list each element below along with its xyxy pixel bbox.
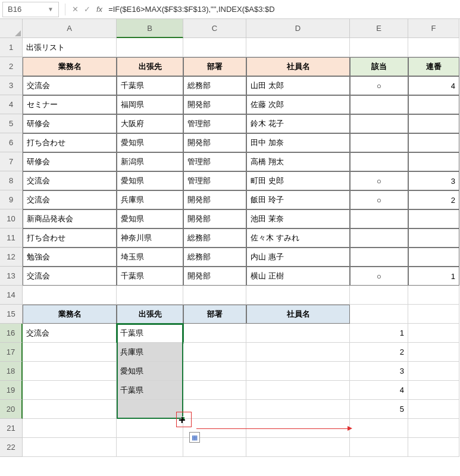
row-header-18[interactable]: 18 [0, 362, 23, 381]
col-header-E[interactable]: E [350, 19, 408, 38]
cell-F11[interactable] [408, 228, 459, 248]
row-header-19[interactable]: 19 [0, 381, 23, 400]
cell-E14[interactable] [350, 286, 408, 305]
cell-B15[interactable]: 出張先 [117, 305, 183, 324]
cell-C2[interactable]: 部署 [183, 57, 246, 76]
cell-F10[interactable] [408, 209, 459, 228]
cell-E17[interactable]: 2 [350, 343, 408, 362]
row-header-7[interactable]: 7 [0, 152, 23, 171]
row-header-20[interactable]: 20 [0, 400, 23, 419]
cell-D1[interactable] [246, 38, 350, 57]
cell-C1[interactable] [183, 38, 246, 57]
row-header-16[interactable]: 16 [0, 324, 23, 343]
cell-A19[interactable] [23, 381, 117, 400]
chevron-down-icon[interactable]: ▼ [48, 6, 54, 12]
row-header-15[interactable]: 15 [0, 305, 23, 324]
cell-F19[interactable] [408, 381, 459, 400]
cell-B1[interactable] [117, 38, 183, 57]
cell-C20[interactable] [183, 400, 246, 419]
cell-A15[interactable]: 業務名 [23, 305, 117, 324]
cell-C10[interactable]: 開発部 [183, 209, 246, 228]
cell-B21[interactable] [117, 419, 183, 438]
col-header-F[interactable]: F [408, 19, 459, 38]
cell-E2[interactable]: 該当 [350, 57, 408, 76]
cell-C3[interactable]: 総務部 [183, 76, 246, 95]
cell-E11[interactable] [350, 228, 408, 248]
cell-B8[interactable]: 愛知県 [117, 171, 183, 190]
cell-B10[interactable]: 愛知県 [117, 209, 183, 228]
row-header-21[interactable]: 21 [0, 419, 23, 438]
cell-F18[interactable] [408, 362, 459, 381]
cell-D16[interactable] [246, 324, 350, 343]
cell-E13[interactable]: ○ [350, 267, 408, 286]
cell-F9[interactable]: 2 [408, 190, 459, 209]
cell-F5[interactable] [408, 114, 459, 133]
cell-A3[interactable]: 交流会 [23, 76, 117, 95]
cell-A5[interactable]: 研修会 [23, 114, 117, 133]
cell-A22[interactable] [23, 438, 117, 457]
row-header-9[interactable]: 9 [0, 190, 23, 209]
cell-A17[interactable] [23, 343, 117, 362]
cell-F1[interactable] [408, 38, 459, 57]
cell-E1[interactable] [350, 38, 408, 57]
cell-F13[interactable]: 1 [408, 267, 459, 286]
cell-C6[interactable]: 開発部 [183, 133, 246, 152]
autofill-options-button[interactable]: ▦ [189, 432, 200, 443]
cell-A9[interactable]: 交流会 [23, 190, 117, 209]
cell-D10[interactable]: 池田 茉奈 [246, 209, 350, 228]
row-header-10[interactable]: 10 [0, 209, 23, 228]
name-box[interactable]: B16 ▼ [2, 2, 59, 17]
cell-A4[interactable]: セミナー [23, 95, 117, 114]
cell-E10[interactable] [350, 209, 408, 228]
cell-D2[interactable]: 社員名 [246, 57, 350, 76]
cell-B5[interactable]: 大阪府 [117, 114, 183, 133]
cell-F12[interactable] [408, 248, 459, 267]
cell-F21[interactable] [408, 419, 459, 438]
cell-F17[interactable] [408, 343, 459, 362]
cell-D14[interactable] [246, 286, 350, 305]
row-header-22[interactable]: 22 [0, 438, 23, 457]
col-header-A[interactable]: A [23, 19, 117, 38]
cell-E19[interactable]: 4 [350, 381, 408, 400]
cell-C11[interactable]: 総務部 [183, 228, 246, 248]
cell-A8[interactable]: 交流会 [23, 171, 117, 190]
cell-A13[interactable]: 交流会 [23, 267, 117, 286]
cell-A20[interactable] [23, 400, 117, 419]
cell-B20[interactable] [117, 400, 183, 419]
cell-F16[interactable] [408, 324, 459, 343]
cell-D7[interactable]: 高橋 翔太 [246, 152, 350, 171]
row-header-8[interactable]: 8 [0, 171, 23, 190]
cell-C4[interactable]: 開発部 [183, 95, 246, 114]
cell-D4[interactable]: 佐藤 次郎 [246, 95, 350, 114]
cell-E22[interactable] [350, 438, 408, 457]
cell-A11[interactable]: 打ち合わせ [23, 228, 117, 248]
cell-B16[interactable]: 千葉県 [117, 324, 183, 343]
cell-D6[interactable]: 田中 加奈 [246, 133, 350, 152]
cell-B17[interactable]: 兵庫県 [117, 343, 183, 362]
cell-B19[interactable]: 千葉県 [117, 381, 183, 400]
confirm-icon[interactable]: ✓ [81, 5, 93, 14]
cell-D19[interactable] [246, 381, 350, 400]
cell-D9[interactable]: 飯田 玲子 [246, 190, 350, 209]
cell-D15[interactable]: 社員名 [246, 305, 350, 324]
cell-C5[interactable]: 管理部 [183, 114, 246, 133]
cell-D5[interactable]: 鈴木 花子 [246, 114, 350, 133]
cell-D3[interactable]: 山田 太郎 [246, 76, 350, 95]
cell-B6[interactable]: 愛知県 [117, 133, 183, 152]
cell-E6[interactable] [350, 133, 408, 152]
cell-D8[interactable]: 町田 史郎 [246, 171, 350, 190]
cell-E12[interactable] [350, 248, 408, 267]
cell-F15[interactable] [408, 305, 459, 324]
cell-B3[interactable]: 千葉県 [117, 76, 183, 95]
row-header-4[interactable]: 4 [0, 95, 23, 114]
cell-B13[interactable]: 千葉県 [117, 267, 183, 286]
cell-D11[interactable]: 佐々木 すみれ [246, 228, 350, 248]
cell-C14[interactable] [183, 286, 246, 305]
cell-F22[interactable] [408, 438, 459, 457]
row-header-3[interactable]: 3 [0, 76, 23, 95]
cell-A18[interactable] [23, 362, 117, 381]
cell-F6[interactable] [408, 133, 459, 152]
cell-C16[interactable] [183, 324, 246, 343]
cell-C19[interactable] [183, 381, 246, 400]
cell-A16[interactable]: 交流会 [23, 324, 117, 343]
